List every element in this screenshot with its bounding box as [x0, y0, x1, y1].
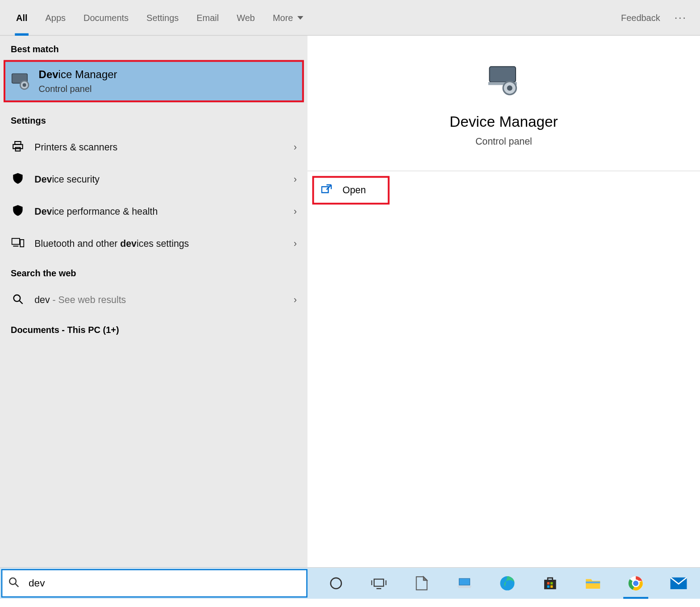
chevron-right-icon: › — [294, 238, 297, 249]
taskbar-store-icon[interactable] — [529, 568, 571, 599]
tab-more[interactable]: More — [264, 0, 312, 35]
result-label: Device performance & health — [34, 206, 293, 217]
svg-rect-25 — [544, 580, 556, 589]
taskbar-edge-icon[interactable] — [486, 568, 529, 599]
taskbar-search[interactable] — [1, 569, 308, 598]
detail-panel: Device Manager Control panel Open — [308, 36, 700, 567]
best-match-result[interactable]: Device Manager Control panel — [4, 60, 304, 103]
svg-point-16 — [9, 578, 16, 584]
svg-point-14 — [507, 85, 512, 91]
result-bluetooth-devices[interactable]: Bluetooth and other devices settings › — [0, 228, 308, 260]
svg-line-10 — [20, 300, 23, 304]
printer-icon — [11, 140, 25, 155]
svg-point-9 — [14, 295, 21, 301]
svg-rect-29 — [550, 586, 553, 588]
more-options-icon[interactable]: ··· — [668, 11, 693, 24]
svg-point-2 — [23, 83, 26, 87]
result-label: Bluetooth and other devices settings — [34, 238, 293, 249]
search-icon — [11, 293, 25, 307]
devices-icon — [11, 237, 25, 250]
chevron-right-icon: › — [294, 174, 297, 185]
section-best-match: Best match — [0, 36, 308, 60]
search-input[interactable] — [29, 578, 306, 590]
taskbar-libreoffice-icon[interactable] — [400, 568, 443, 599]
result-printers-scanners[interactable]: Printers & scanners › — [0, 131, 308, 163]
svg-rect-26 — [547, 582, 550, 584]
taskbar-cortana-icon[interactable] — [315, 568, 358, 599]
tab-all[interactable]: All — [7, 0, 37, 35]
svg-rect-8 — [20, 240, 24, 247]
chevron-right-icon: › — [294, 295, 297, 306]
taskbar-chrome-icon[interactable] — [614, 568, 657, 599]
detail-subtitle: Control panel — [308, 136, 700, 147]
detail-title: Device Manager — [308, 113, 700, 130]
svg-rect-23 — [459, 578, 470, 585]
svg-rect-27 — [550, 582, 553, 584]
tab-documents[interactable]: Documents — [75, 0, 138, 35]
tab-settings[interactable]: Settings — [138, 0, 188, 35]
open-action[interactable]: Open — [312, 176, 389, 204]
result-label: Printers & scanners — [34, 142, 293, 153]
taskbar-laptop-icon[interactable] — [443, 568, 486, 599]
shield-icon — [11, 172, 25, 187]
taskbar-taskview-icon[interactable] — [358, 568, 400, 599]
result-label: dev - See web results — [34, 295, 293, 306]
open-label: Open — [342, 185, 366, 195]
svg-line-17 — [16, 584, 19, 587]
svg-rect-19 — [374, 579, 383, 586]
search-icon — [8, 577, 19, 590]
best-match-title: Device Manager — [39, 68, 117, 81]
svg-rect-30 — [586, 582, 600, 583]
feedback-link[interactable]: Feedback — [612, 12, 668, 23]
result-web-search[interactable]: dev - See web results › — [0, 284, 308, 316]
section-documents: Documents - This PC (1+) — [0, 316, 308, 341]
chevron-right-icon: › — [294, 142, 297, 153]
svg-point-32 — [633, 580, 639, 587]
tab-web[interactable]: Web — [228, 0, 264, 35]
svg-rect-15 — [322, 187, 329, 192]
section-search-web: Search the web — [0, 260, 308, 284]
shield-icon — [11, 204, 25, 219]
device-manager-icon — [9, 72, 33, 90]
svg-rect-4 — [13, 144, 22, 148]
tab-email[interactable]: Email — [188, 0, 228, 35]
svg-rect-6 — [12, 238, 20, 244]
tab-apps[interactable]: Apps — [36, 0, 75, 35]
taskbar-mail-icon[interactable] — [657, 568, 700, 599]
section-settings: Settings — [0, 107, 308, 132]
svg-rect-11 — [489, 67, 516, 82]
detail-icon — [308, 64, 700, 96]
best-match-subtitle: Control panel — [39, 84, 117, 94]
svg-rect-5 — [16, 147, 21, 151]
filter-tabs: All Apps Documents Settings Email Web Mo… — [0, 0, 700, 36]
taskbar-explorer-icon[interactable] — [571, 568, 614, 599]
results-panel: Best match Device Manager Control panel — [0, 36, 308, 567]
result-label: Device security — [34, 174, 293, 185]
svg-rect-28 — [547, 586, 550, 588]
result-device-security[interactable]: Device security › — [0, 163, 308, 195]
open-icon — [321, 184, 332, 196]
chevron-right-icon: › — [294, 206, 297, 217]
result-device-performance[interactable]: Device performance & health › — [0, 195, 308, 228]
svg-point-18 — [331, 578, 342, 589]
taskbar — [0, 568, 700, 599]
